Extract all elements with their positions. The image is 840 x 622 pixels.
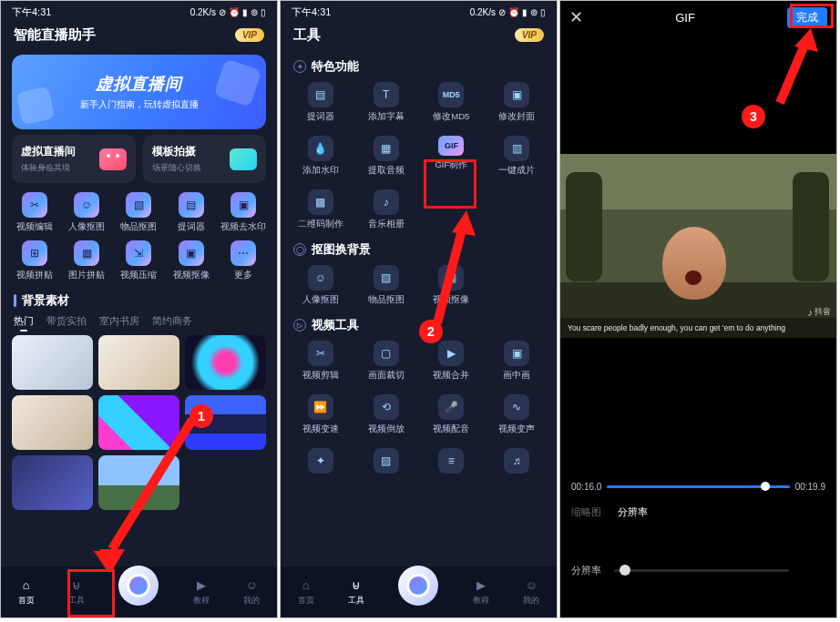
bg-thumb-grid xyxy=(12,335,266,510)
resolution-slider[interactable] xyxy=(614,569,789,572)
timeline[interactable]: 00:16.0 00:19.9 xyxy=(571,482,825,492)
tool-cover[interactable]: ▣修改封面 xyxy=(484,80,549,125)
card-template-shoot[interactable]: 模板拍摄 场景随心切换 xyxy=(143,135,267,183)
tab-live-commerce[interactable]: 带货实拍 xyxy=(46,314,87,328)
tool-pip[interactable]: ▣画中画 xyxy=(484,339,549,383)
tool-teleprompter[interactable]: ▤提词器 xyxy=(165,190,217,235)
status-right: 0.2K/s ⊘ ⏰ ▮ ⊚ ▯ xyxy=(190,7,266,17)
nav-profile[interactable]: ☺我的 xyxy=(243,578,260,607)
nav-camera[interactable] xyxy=(118,566,159,606)
bg-thumb[interactable] xyxy=(185,335,266,390)
bg-thumb[interactable] xyxy=(98,395,179,450)
bg-thumb[interactable] xyxy=(98,335,179,390)
signal-icon: ▮ xyxy=(522,7,528,17)
tab-resolution[interactable]: 分辨率 xyxy=(618,505,648,519)
timeline-track[interactable] xyxy=(607,485,789,488)
tool-add-subtitle[interactable]: T添加字幕 xyxy=(353,80,419,125)
bottom-nav: ⌂首页 ⊌工具 ▶教程 ☺我的 xyxy=(281,566,557,617)
tool-reverse[interactable]: ⟲视频倒放 xyxy=(353,393,419,437)
tool-crop-frame[interactable]: ▢画面裁切 xyxy=(353,339,419,383)
time-end: 00:19.9 xyxy=(795,482,825,492)
quick-tools-grid: ✂视频编辑 ☺人像抠图 ▧物品抠图 ▤提词器 ▣视频去水印 ⊞视频拼贴 ▦图片拼… xyxy=(8,190,270,283)
nav-camera[interactable] xyxy=(398,566,438,606)
close-icon[interactable]: ✕ xyxy=(569,7,583,27)
tool-music-album[interactable]: ♪音乐相册 xyxy=(353,188,419,232)
tool-extra-3[interactable]: ≡ xyxy=(419,446,485,475)
cutout-grid: ☺人像抠图 ▧物品抠图 ▣视频抠像 xyxy=(288,263,549,308)
tool-video-matte[interactable]: ▣视频抠像 xyxy=(419,263,485,308)
gear-icon: ✦ xyxy=(293,60,306,73)
tool-remove-watermark[interactable]: ▣视频去水印 xyxy=(218,190,270,235)
section-cutout: ◯ 抠图换背景 xyxy=(293,241,544,258)
tool-extra-2[interactable]: ▨ xyxy=(353,446,419,475)
tool-object-cutout[interactable]: ▧物品抠图 xyxy=(113,190,165,235)
water-icon: ▣ xyxy=(230,192,256,218)
hero-subtitle: 新手入门指南，玩转虚拟直播 xyxy=(80,98,199,111)
tool-voice-change[interactable]: ∿视频变声 xyxy=(484,393,549,437)
nav-profile[interactable]: ☺我的 xyxy=(523,578,539,607)
bg-thumb[interactable] xyxy=(12,395,93,450)
do-not-disturb-icon: ⊘ xyxy=(498,7,506,17)
plus-video-icon: ⊞ xyxy=(22,240,47,266)
reverse-icon: ⟲ xyxy=(374,394,399,420)
tool-compress[interactable]: ⇲视频压缩 xyxy=(113,239,165,283)
tab-study[interactable]: 室内书房 xyxy=(99,314,139,328)
hero-banner[interactable]: 虚拟直播间 新手入门指南，玩转虚拟直播 xyxy=(12,55,266,129)
signal-icon: ▮ xyxy=(242,7,248,17)
tool-portrait-cutout[interactable]: ☺人像抠图 xyxy=(60,190,112,235)
panel-3-gif-editor: ✕ GIF 完成 抖音 You scare people badly enoug… xyxy=(559,0,837,618)
tool-auto-movie[interactable]: ▥一键成片 xyxy=(484,134,549,178)
nav-home[interactable]: ⌂首页 xyxy=(298,578,314,607)
bg-tabs: 热门 带货实拍 室内书房 简约商务 xyxy=(14,314,264,328)
tab-thumbnail[interactable]: 缩略图 xyxy=(571,505,601,519)
tool-video-cut[interactable]: ✂视频剪辑 xyxy=(288,339,353,383)
tool-photo-collage[interactable]: ▦图片拼贴 xyxy=(60,239,112,283)
step-badge-3: 3 xyxy=(742,105,765,128)
tab-hot[interactable]: 热门 xyxy=(14,314,34,328)
tool-teleprompter[interactable]: ▤提词器 xyxy=(288,80,353,125)
film-icon: ▥ xyxy=(504,136,529,161)
tool-extra-4[interactable]: ♬ xyxy=(484,446,549,475)
tool-object-cutout[interactable]: ▧物品抠图 xyxy=(353,263,419,308)
qr-icon: ▩ xyxy=(308,189,333,215)
card-icon: ▤ xyxy=(308,82,333,107)
tool-speed[interactable]: ⏩视频变速 xyxy=(288,393,353,437)
misc-icon: ▨ xyxy=(374,448,399,474)
tool-md5[interactable]: MD5修改MD5 xyxy=(419,80,485,125)
video-preview[interactable]: 抖音 You scare people badly enough, you ca… xyxy=(560,154,836,338)
tool-video-matte[interactable]: ▣视频抠像 xyxy=(165,239,217,283)
douyin-watermark: 抖音 xyxy=(808,306,832,318)
tool-watermark[interactable]: 💧添加水印 xyxy=(288,134,353,178)
person-icon: ☺ xyxy=(74,192,99,218)
nav-tools[interactable]: ⊌工具 xyxy=(348,578,364,607)
tool-merge[interactable]: ▶视频合并 xyxy=(419,339,485,383)
tool-video-collage[interactable]: ⊞视频拼贴 xyxy=(8,239,60,283)
highlight-box-1 xyxy=(67,569,115,617)
section-special: ✦ 特色功能 xyxy=(293,58,544,75)
bg-thumb[interactable] xyxy=(98,455,179,510)
music-icon: ♪ xyxy=(374,189,399,215)
play-icon: ▶ xyxy=(193,578,210,593)
editor-title: GIF xyxy=(675,11,695,25)
section-backgrounds: 背景素材 xyxy=(14,292,264,309)
wave-icon: ∿ xyxy=(504,394,529,420)
tool-portrait-cutout[interactable]: ☺人像抠图 xyxy=(288,263,353,308)
tool-extra-1[interactable]: ✦ xyxy=(288,446,353,475)
card-virtual-live[interactable]: 虚拟直播间 体验身临其境 xyxy=(12,135,136,183)
vip-badge[interactable]: VIP xyxy=(235,28,264,42)
tab-business[interactable]: 简约商务 xyxy=(152,314,192,328)
tool-extract-audio[interactable]: ▦提取音频 xyxy=(353,134,419,178)
vip-badge[interactable]: VIP xyxy=(515,28,544,42)
bg-thumb[interactable] xyxy=(12,455,93,510)
bg-thumb[interactable] xyxy=(12,335,93,390)
step-badge-1: 1 xyxy=(190,404,213,428)
tool-video-edit[interactable]: ✂视频编辑 xyxy=(8,190,60,235)
tool-dub[interactable]: 🎤视频配音 xyxy=(419,393,485,437)
nav-tutorials[interactable]: ▶教程 xyxy=(193,578,210,607)
tool-qr[interactable]: ▩二维码制作 xyxy=(288,188,353,232)
nav-tutorials[interactable]: ▶教程 xyxy=(473,578,489,607)
status-right: 0.2K/s ⊘ ⏰ ▮ ⊚ ▯ xyxy=(470,7,546,17)
figure-icon xyxy=(566,172,602,281)
nav-home[interactable]: ⌂首页 xyxy=(18,578,35,607)
tool-more[interactable]: ⋯更多 xyxy=(218,239,270,283)
